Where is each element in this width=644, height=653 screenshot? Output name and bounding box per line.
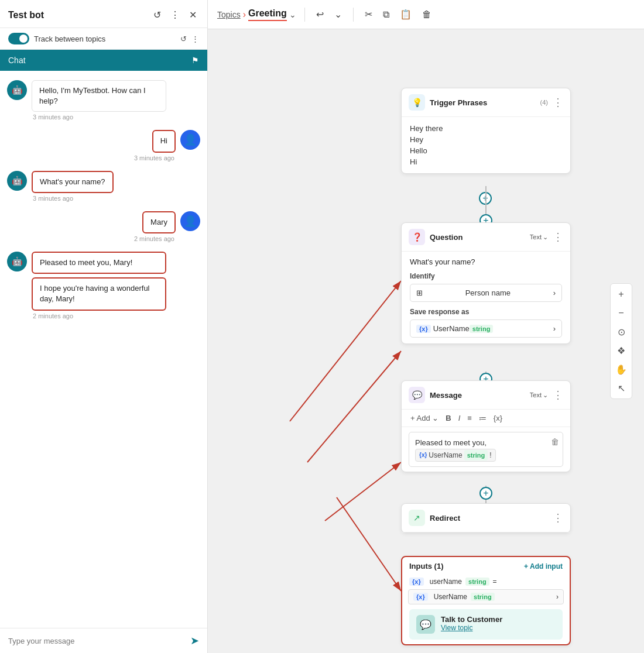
left-panel: Test bot ↺ ⋮ ✕ Track between topics ↺ ⋮ …: [0, 0, 208, 653]
trigger-card-title: Trigger Phrases: [430, 98, 533, 107]
message-card-title: Message: [430, 391, 525, 400]
timestamp: 3 minutes ago: [133, 154, 176, 161]
question-card-header: ❓ Question Text ⌄ ⋮: [402, 223, 570, 252]
chat-message-row: 🤖 Hello, I'm MyTestbot. How can I help? …: [7, 80, 200, 121]
ttc-title: Talk to Customer: [441, 615, 502, 624]
refresh-button[interactable]: ↺: [151, 8, 163, 22]
delete-button[interactable]: 🗑: [419, 7, 434, 22]
input2-chevron: ›: [556, 593, 559, 601]
chat-message-row-bot2: 🤖 What's your name? 3 minutes ago: [7, 171, 200, 202]
ttc-icon: 💬: [416, 615, 435, 634]
zoom-controls: + − ⊙ ❖ ✋ ↖: [610, 283, 632, 399]
panel-header: Test bot ↺ ⋮ ✕: [0, 0, 207, 28]
save-response-box[interactable]: {x} UserName string ›: [410, 319, 562, 338]
chat-message-row-user2: 👤 Mary 2 minutes ago: [7, 211, 200, 242]
cursor-tool-button[interactable]: ↖: [613, 380, 629, 396]
user-avatar-2: 👤: [180, 211, 200, 231]
identify-chevron-icon: ›: [553, 288, 556, 297]
chat-message-row-bot3: 🤖 Pleased to meet you, Mary! I hope you'…: [7, 252, 200, 319]
ttc-view-link[interactable]: View topic: [441, 624, 502, 632]
bot-message-text-4: I hope you're having a wonderful day, Ma…: [40, 284, 150, 303]
italic-btn[interactable]: I: [457, 413, 463, 423]
undo-button[interactable]: ↩: [313, 6, 327, 22]
timestamp: 3 minutes ago: [32, 114, 166, 121]
zoom-out-button[interactable]: −: [613, 305, 629, 321]
add-input-button[interactable]: + Add input: [524, 562, 563, 570]
question-card-title: Question: [430, 233, 525, 242]
close-button[interactable]: ✕: [187, 8, 199, 22]
toggle-row: Track between topics ↺ ⋮: [0, 28, 207, 50]
var-type: string: [464, 450, 488, 461]
question-menu-icon[interactable]: ⋮: [553, 231, 563, 243]
trigger-card-body: Hey there Hey Hello Hi: [402, 117, 570, 173]
input2-type: string: [471, 593, 495, 601]
chat-tab[interactable]: Chat ⚑: [0, 50, 207, 71]
message-menu-icon[interactable]: ⋮: [553, 389, 563, 401]
message-type-badge[interactable]: Text ⌄: [530, 391, 548, 399]
phrase-4: Hi: [410, 156, 562, 167]
breadcrumb-topics[interactable]: Topics: [217, 10, 241, 19]
refresh-icon[interactable]: ↺: [180, 35, 187, 43]
inputs-header: Inputs (1) + Add input: [402, 557, 570, 575]
message-line1: Pleased to meet you,: [415, 438, 487, 447]
right-panel: Topics › Greeting ⌄ ↩ ⌄ ✂ ⧉ 📋 🗑: [208, 0, 644, 653]
zoom-in-button[interactable]: +: [613, 286, 629, 303]
trigger-menu-icon[interactable]: ⋮: [553, 96, 563, 109]
kebab-icon[interactable]: ⋮: [191, 35, 199, 43]
cut-button[interactable]: ✂: [362, 6, 375, 22]
timestamp-3: 2 minutes ago: [32, 312, 166, 319]
message-type-label: Text: [530, 391, 542, 398]
var-exclaim: !: [489, 450, 491, 460]
user-avatar: 👤: [180, 130, 200, 150]
align-btn[interactable]: ≡: [465, 413, 474, 423]
panel-header-icons: ↺ ⋮ ✕: [151, 8, 199, 22]
bubble-wrap: Hello, I'm MyTestbot. How can I help? 3 …: [32, 80, 166, 121]
svg-line-4: [337, 497, 401, 591]
redo-button[interactable]: ⌄: [331, 6, 345, 22]
fit-view-button[interactable]: ❖: [613, 342, 629, 359]
send-icon[interactable]: ➤: [190, 634, 199, 647]
top-bar: Topics › Greeting ⌄ ↩ ⌄ ✂ ⧉ 📋 🗑: [208, 0, 644, 29]
talk-to-customer-box: 💬 Talk to Customer View topic: [409, 609, 563, 640]
question-type-badge[interactable]: Text ⌄: [530, 233, 548, 241]
bot-avatar-2: 🤖: [7, 171, 27, 191]
var-btn[interactable]: {x}: [492, 413, 504, 423]
message-toolbar: + Add ⌄ B I ≡ ≔ {x}: [402, 410, 570, 427]
bot-avatar: 🤖: [7, 80, 27, 100]
more-options-button[interactable]: ⋮: [168, 8, 182, 22]
message-text-delete[interactable]: 🗑: [551, 436, 559, 448]
add-node-3[interactable]: +: [479, 487, 492, 500]
redirect-card-header: ↗ Redirect ⋮: [402, 504, 570, 532]
paste-button[interactable]: 📋: [397, 6, 415, 22]
track-topics-toggle[interactable]: [8, 33, 29, 44]
input1-type: string: [465, 578, 489, 586]
chat-message-row-user: 👤 Hi 3 minutes ago: [7, 130, 200, 161]
breadcrumb-chevron-icon[interactable]: ⌄: [289, 10, 296, 19]
identify-box[interactable]: ⊞ Person name ›: [410, 284, 562, 302]
reset-view-button[interactable]: ⊙: [613, 324, 629, 340]
question-card-body: What's your name? Identify ⊞ Person name…: [402, 252, 570, 343]
user-message-text: Hi: [160, 136, 167, 145]
message-var-pill: {x} UserName string !: [415, 449, 496, 462]
canvas-area: + 💡 Trigger Phrases (4) ⋮ Hey there Hey …: [208, 29, 644, 653]
chat-tab-label: Chat: [8, 56, 26, 65]
copy-button[interactable]: ⧉: [380, 7, 392, 22]
add-btn[interactable]: + Add ⌄: [409, 413, 440, 423]
inputs-header-label: Inputs (1): [409, 562, 444, 570]
breadcrumb-current: Greeting: [248, 8, 287, 21]
chat-input[interactable]: [8, 637, 186, 645]
bold-btn[interactable]: B: [444, 413, 453, 423]
redirect-menu-icon[interactable]: ⋮: [553, 511, 563, 524]
trigger-phrases-list: Hey there Hey Hello Hi: [410, 123, 562, 167]
chat-input-row: ➤: [0, 628, 207, 653]
trigger-count: (4): [540, 99, 548, 106]
question-text: What's your name?: [410, 257, 562, 266]
bubble-wrap-3: Pleased to meet you, Mary! I hope you're…: [32, 252, 166, 319]
list-btn[interactable]: ≔: [477, 413, 488, 423]
pan-tool-button[interactable]: ✋: [613, 361, 629, 377]
redirect-card-title: Redirect: [430, 514, 548, 523]
bot-message-text: Hello, I'm MyTestbot. How can I help?: [39, 86, 146, 105]
phrase-1: Hey there: [410, 123, 562, 134]
trigger-icon: 💡: [409, 94, 425, 111]
user-message-text-2: Mary: [150, 218, 167, 226]
